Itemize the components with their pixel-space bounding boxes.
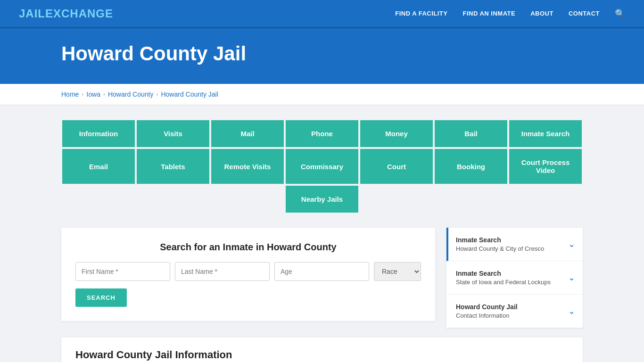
breadcrumb-howard-county[interactable]: Howard County	[108, 90, 154, 98]
jail-info-title: Howard County Jail Information	[75, 349, 569, 361]
btn-information[interactable]: Information	[61, 119, 136, 148]
nav-contact[interactable]: CONTACT	[569, 10, 600, 17]
button-row-1: Information Visits Mail Phone Money Bail…	[61, 119, 583, 148]
sidebar-title-0: Inmate Search	[456, 236, 544, 244]
breadcrumb: Home › Iowa › Howard County › Howard Cou…	[61, 90, 583, 98]
sidebar-item-2[interactable]: Howard County Jail Contact Information ⌄	[446, 295, 583, 328]
btn-nearby-jails[interactable]: Nearby Jails	[285, 185, 359, 214]
lower-section: Search for an Inmate in Howard County Ra…	[61, 228, 583, 328]
chevron-down-icon-0: ⌄	[568, 239, 575, 249]
button-grid: Information Visits Mail Phone Money Bail…	[61, 119, 583, 214]
button-row-2: Email Tablets Remote Visits Commissary C…	[61, 148, 583, 185]
btn-mail[interactable]: Mail	[210, 119, 285, 148]
race-select[interactable]: Race White Black Hispanic Asian Other	[374, 262, 421, 281]
search-panel: Search for an Inmate in Howard County Ra…	[61, 228, 435, 321]
sidebar-subtitle-0: Howard County & City of Cresco	[456, 245, 544, 252]
sidebar-subtitle-1: State of Iowa and Federal Lockups	[456, 279, 551, 286]
btn-inmate-search[interactable]: Inmate Search	[508, 119, 583, 148]
header: JAILEXCHANGE FIND A FACILITY FIND AN INM…	[0, 0, 644, 28]
btn-court[interactable]: Court	[359, 148, 434, 185]
btn-visits[interactable]: Visits	[136, 119, 210, 148]
page-title: Howard County Jail	[61, 42, 625, 65]
search-icon[interactable]: 🔍	[615, 8, 625, 19]
sidebar-item-text-1: Inmate Search State of Iowa and Federal …	[456, 270, 551, 286]
button-row-3: Nearby Jails	[61, 185, 583, 214]
chevron-icon-2: ›	[103, 91, 105, 98]
btn-remote-visits[interactable]: Remote Visits	[210, 148, 285, 185]
first-name-field[interactable]	[75, 262, 170, 281]
breadcrumb-iowa[interactable]: Iowa	[86, 90, 100, 98]
btn-booking[interactable]: Booking	[434, 148, 508, 185]
page-bottom: Howard County Jail Information	[61, 337, 583, 362]
sidebar-item-0[interactable]: Inmate Search Howard County & City of Cr…	[446, 228, 583, 261]
nav-find-facility[interactable]: FIND A FACILITY	[395, 10, 447, 17]
main-content: Information Visits Mail Phone Money Bail…	[0, 105, 644, 362]
age-field[interactable]	[274, 262, 369, 281]
breadcrumb-bar: Home › Iowa › Howard County › Howard Cou…	[0, 84, 644, 105]
sidebar-item-1[interactable]: Inmate Search State of Iowa and Federal …	[446, 261, 583, 295]
chevron-down-icon-2: ⌄	[568, 306, 575, 316]
btn-tablets[interactable]: Tablets	[136, 148, 210, 185]
btn-commissary[interactable]: Commissary	[285, 148, 359, 185]
hero-section: Howard County Jail	[0, 28, 644, 84]
breadcrumb-current[interactable]: Howard County Jail	[161, 90, 218, 98]
btn-email[interactable]: Email	[61, 148, 136, 185]
logo-jail: JAIL	[19, 7, 45, 20]
sidebar-item-text-2: Howard County Jail Contact Information	[456, 303, 518, 319]
btn-money[interactable]: Money	[359, 119, 434, 148]
chevron-icon-3: ›	[156, 91, 158, 98]
chevron-icon-1: ›	[82, 91, 83, 98]
search-button[interactable]: SEARCH	[75, 288, 127, 307]
nav-about[interactable]: ABOUT	[530, 10, 553, 17]
search-inputs: Race White Black Hispanic Asian Other	[75, 262, 421, 281]
nav-find-inmate[interactable]: FIND AN INMATE	[462, 10, 515, 17]
search-title: Search for an Inmate in Howard County	[75, 242, 421, 253]
btn-court-process-video[interactable]: Court Process Video	[508, 148, 583, 185]
sidebar-subtitle-2: Contact Information	[456, 312, 518, 319]
logo-exchange: EXCHANGE	[45, 7, 113, 20]
chevron-down-icon-1: ⌄	[568, 272, 575, 283]
btn-phone[interactable]: Phone	[285, 119, 359, 148]
sidebar-item-text-0: Inmate Search Howard County & City of Cr…	[456, 236, 544, 252]
sidebar-title-2: Howard County Jail	[456, 303, 518, 311]
main-nav: FIND A FACILITY FIND AN INMATE ABOUT CON…	[395, 8, 625, 19]
sidebar-panel: Inmate Search Howard County & City of Cr…	[446, 228, 583, 328]
last-name-field[interactable]	[175, 262, 270, 281]
btn-bail[interactable]: Bail	[434, 119, 508, 148]
sidebar-title-1: Inmate Search	[456, 270, 551, 277]
logo[interactable]: JAILEXCHANGE	[19, 7, 113, 20]
breadcrumb-home[interactable]: Home	[61, 90, 79, 98]
